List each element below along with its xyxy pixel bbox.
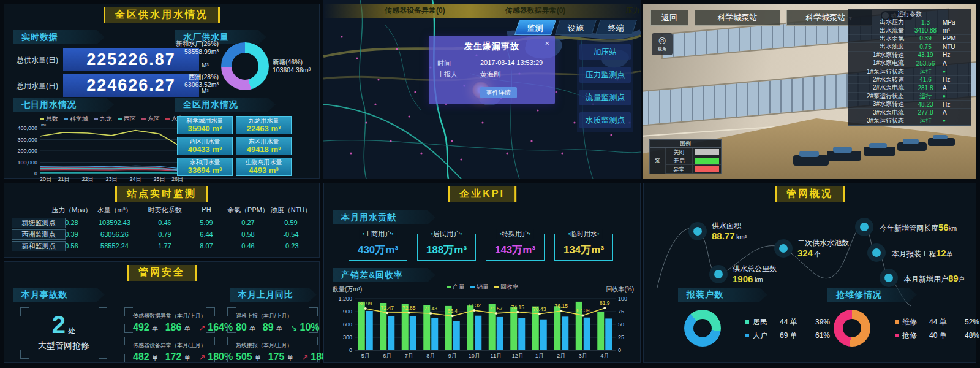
param-value: 41.6: [908, 76, 943, 83]
view-angle-button[interactable]: ◎视角: [652, 33, 673, 55]
value-number: 12: [936, 248, 946, 258]
plant-slice-label: 新和水厂(26%)58558.99m³: [153, 40, 219, 56]
value-number: 1906: [733, 274, 753, 284]
legend-count: 69 单: [780, 331, 815, 341]
param-row: 1#水泵转速43.19Hz: [848, 52, 971, 59]
pump-legend-label: 关闭: [666, 148, 693, 156]
district-usage-card: 生物岛用水量4493 m³: [236, 158, 292, 176]
incident-detail-button[interactable]: 事件详情: [480, 87, 517, 98]
color-swatch: [695, 166, 719, 172]
svg-text:20日: 20日: [40, 176, 51, 182]
cell-value: -0.23: [266, 242, 315, 250]
legend-swatch: [118, 118, 122, 120]
legend-swatch: [141, 118, 146, 120]
pump-legend-row: 关闭: [666, 148, 721, 156]
pump-unit[interactable]: [793, 155, 829, 166]
legend-label: 销量: [477, 283, 489, 291]
accidents-box: 2 处 大型管网抢修: [20, 307, 107, 359]
plant-slice-label: 西洲(28%)63063.52m³: [154, 73, 219, 89]
panel-map[interactable]: 传感器设备异常(0)传感器数据异常(0)压力值异常(0) 监测设施终端 加压站压…: [323, 0, 641, 179]
overview-node-dot: [867, 243, 886, 262]
map-tab-终端[interactable]: 终端: [595, 20, 637, 35]
param-value: 277.8: [908, 109, 943, 116]
svg-text:72.47: 72.47: [381, 305, 394, 311]
map-tab-监测[interactable]: 监测: [514, 20, 556, 35]
param-label: 2#泵运行状态: [848, 92, 908, 101]
stat-previous: 89: [263, 322, 274, 333]
svg-text:m³: m³: [41, 123, 47, 127]
legend-swatch: [165, 118, 170, 120]
svg-text:81.9: 81.9: [600, 300, 610, 306]
param-label: 1#泵运行状态: [848, 67, 908, 76]
param-value: 253.56: [908, 60, 943, 67]
kpi-card-label: 临时用水: [565, 229, 602, 239]
overview-node-value: 1906 km: [733, 274, 763, 284]
cell-value: 103592.43: [90, 219, 139, 226]
stat-previous: 175: [268, 351, 285, 362]
param-row: 3#水泵电流277.8A: [848, 109, 971, 117]
pump-unit[interactable]: [827, 151, 861, 161]
svg-text:300: 300: [343, 334, 352, 340]
seven-day-chart: 0100,000200,000300,000400,000m³20日21日22日…: [9, 122, 188, 183]
svg-text:10月: 10月: [469, 353, 480, 359]
section-seven-day: 七日用水情况: [13, 98, 114, 112]
card-value: 33694 m³: [178, 166, 232, 175]
svg-text:400,000: 400,000: [17, 125, 37, 131]
legend-percent: 48%: [965, 331, 979, 340]
district-usage-card: 九龙用水量22463 m³: [236, 116, 292, 134]
side-menu-item[interactable]: 加压站: [579, 44, 631, 60]
pump-unit[interactable]: [928, 138, 955, 146]
svg-text:9月: 9月: [448, 353, 457, 359]
panel-station-monitor: 站点实时监测 压力（Mpa）水量（m³）时变化系数PH余氯（PPM）浊度（NTU…: [4, 183, 320, 258]
kpi-card-value: 134万m³: [555, 243, 612, 257]
param-value: 运行: [908, 92, 943, 101]
station-select-1[interactable]: 科学城泵站: [695, 10, 780, 26]
section-realtime-data: 实时数据: [13, 30, 105, 44]
kpi-card-label: 特殊用户: [496, 229, 533, 239]
plant-value: 58558.99m³: [153, 48, 219, 56]
donut-legend-row: 大户69 单61%: [745, 329, 830, 342]
value-unit: km: [949, 225, 957, 232]
view-icon: ◎: [658, 35, 666, 45]
stat-values: 492单186单↗164%: [133, 322, 211, 333]
panel-title: 管网概况: [775, 186, 845, 202]
pump-unit[interactable]: [864, 147, 895, 156]
stat-percent: 10%: [300, 322, 320, 333]
svg-text:600: 600: [343, 321, 352, 328]
value-unit: 个: [813, 251, 821, 258]
pump-legend-label: 开启: [666, 156, 693, 164]
side-menu-item[interactable]: 压力监测点: [579, 67, 631, 83]
overview-node-value: 324 个: [797, 248, 821, 259]
tab-label: 监测: [527, 20, 543, 36]
svg-text:67.39: 67.39: [576, 307, 590, 313]
overview-node-dot: [880, 269, 898, 287]
panel-pump-3d[interactable]: 返回 科学城泵站 科学城泵站 ▼ 动态3D ◎视角 运行参数 出水压力1.3MP…: [643, 4, 976, 179]
overview-node-label: 二次供水水池数: [797, 238, 849, 248]
svg-text:5月: 5月: [361, 353, 370, 359]
svg-text:72.85: 72.85: [402, 305, 416, 311]
svg-text:22日: 22日: [81, 176, 93, 182]
pump-unit[interactable]: [897, 142, 927, 151]
repair-donut: [834, 310, 870, 347]
overview-node-dot: [774, 239, 793, 258]
stat-label: 巡检上报（本月/上月）: [236, 312, 293, 320]
side-menu-item[interactable]: 流量监测点: [579, 90, 631, 105]
label-text: 本月新增用户: [904, 275, 948, 283]
map-tab-设施[interactable]: 设施: [555, 20, 597, 35]
svg-text:66.4: 66.4: [447, 308, 458, 314]
section-install-count: 报装户数: [678, 288, 767, 302]
param-value: 48.23: [908, 101, 943, 108]
legend-swatch: [895, 320, 899, 324]
stat-current: 482: [133, 351, 149, 362]
legend-col: 泵: [650, 148, 666, 174]
legend-name: 大户: [753, 331, 780, 341]
panel-title: 站点实时监测: [115, 186, 208, 202]
svg-text:75: 75: [618, 309, 624, 315]
close-icon[interactable]: ×: [545, 39, 549, 48]
side-menu-item[interactable]: 水质监测点: [579, 112, 631, 128]
back-button[interactable]: 返回: [650, 10, 688, 26]
param-label: 3#水泵转速: [848, 100, 908, 109]
stat-values: 505单175单↗188%: [236, 351, 314, 362]
param-value: 3410.88: [908, 27, 943, 34]
param-row: 3#泵运行状态运行●: [848, 117, 971, 125]
